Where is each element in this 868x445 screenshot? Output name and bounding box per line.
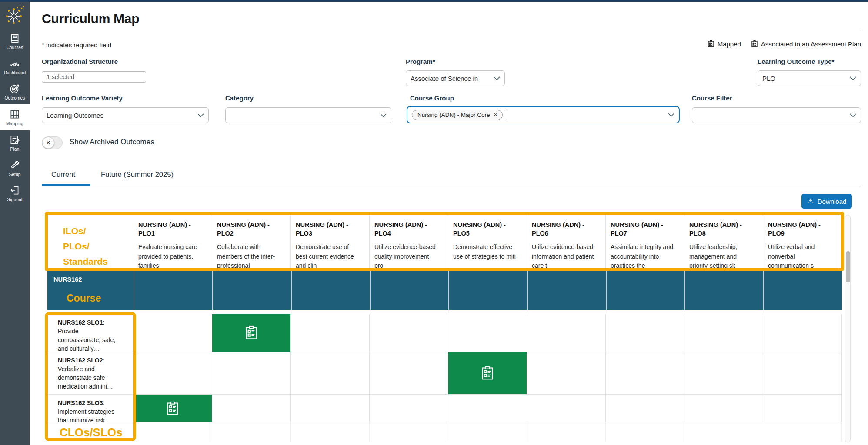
plo-column-header: NURSING (ADN) - PLO9Utilize verbal and n… [763, 215, 842, 268]
category-label: Category [225, 94, 254, 102]
matrix-cell[interactable] [448, 395, 527, 422]
course-annotation-label: Course [67, 292, 134, 304]
plo-description: Utilize verbal and nonverbal communicati… [768, 242, 833, 268]
plo-code: NURSING (ADN) - PLO4 [374, 220, 439, 238]
slo-code: NURS162 SLO1 [58, 319, 103, 326]
org-structure-select[interactable]: 1 selected [42, 71, 146, 83]
matrix-footer-cell [763, 422, 842, 441]
matrix-cell[interactable] [291, 352, 370, 395]
matrix-cell[interactable] [291, 314, 370, 352]
signout-icon [9, 185, 20, 196]
matrix-cell[interactable] [448, 314, 527, 352]
legend-mapped: Mapped [707, 40, 741, 48]
matrix-cell[interactable] [684, 395, 763, 422]
matrix-footer-cell [684, 422, 763, 441]
assessment-clipboard-icon [164, 400, 181, 417]
show-archived-label: Show Archived Outcomes [70, 138, 154, 146]
plo-code: NURSING (ADN) - PLO5 [453, 220, 518, 238]
plo-column-header: NURSING (ADN) - PLO2Collaborate with mem… [212, 215, 291, 268]
course-filter-select[interactable] [692, 107, 861, 123]
tab-future[interactable]: Future (Summer 2025) [101, 170, 174, 179]
lo-variety-select[interactable]: Learning Outcomes [42, 107, 209, 123]
matrix-scrollbar-track[interactable] [845, 215, 851, 442]
remove-tag-icon[interactable]: ✕ [494, 112, 498, 118]
sidebar-item-dashboard[interactable]: Dashboard [0, 54, 30, 79]
active-tab-indicator [42, 184, 90, 186]
plo-description: Utilize evidence-based quality improveme… [374, 242, 439, 268]
sidebar-item-mapping[interactable]: Mapping [0, 104, 30, 130]
matrix-cell[interactable] [370, 314, 448, 352]
required-field-note: * indicates required field [42, 41, 111, 49]
matrix-cell[interactable] [763, 314, 842, 352]
matrix-footer-cell [527, 422, 606, 441]
toggle-knob-x-icon: ✕ [42, 137, 54, 149]
sidebar-item-signout[interactable]: Signout [0, 181, 30, 206]
course-row-cell [606, 271, 684, 310]
plo-code: NURSING (ADN) - PLO7 [611, 220, 675, 238]
matrix-footer-cell [291, 422, 370, 441]
mapped-cell[interactable] [212, 314, 291, 352]
slo-code: NURS162 SLO2 [58, 357, 103, 364]
plo-code: NURSING (ADN) - PLO8 [689, 220, 754, 238]
plo-column-header: NURSING (ADN) - PLO4Utilize evidence-bas… [370, 215, 448, 268]
chevron-down-icon [850, 76, 856, 80]
plo-code: NURSING (ADN) - PLO6 [532, 220, 597, 238]
download-button[interactable]: Download [801, 194, 852, 209]
slo-code: NURS162 SLO3 [58, 399, 103, 406]
mapped-cell[interactable] [134, 395, 212, 422]
plo-description: Utilize leadership, management and prior… [689, 242, 754, 268]
show-archived-toggle[interactable]: ✕ [42, 136, 63, 149]
matrix-cell[interactable] [134, 314, 212, 352]
plo-column-header: NURSING (ADN) - PLO5Demonstrate effectiv… [448, 215, 527, 268]
matrix-scrollbar-thumb[interactable] [846, 251, 850, 282]
plo-code: NURSING (ADN) - PLO9 [768, 220, 833, 238]
course-group-multiselect[interactable]: Nursing (ADN) - Major Core ✕ [407, 106, 680, 123]
matrix-cell[interactable] [212, 395, 291, 422]
course-code: NURS162 [53, 276, 134, 283]
mapped-cell[interactable] [448, 352, 527, 395]
matrix-cell[interactable] [606, 314, 684, 352]
matrix-cell[interactable] [134, 352, 212, 395]
plan-icon [9, 134, 20, 146]
matrix-cell[interactable] [763, 352, 842, 395]
lo-variety-value: Learning Outcomes [47, 112, 103, 119]
target-icon [9, 83, 20, 94]
plo-column-header: NURSING (ADN) - PLO8Utilize leadership, … [684, 215, 763, 268]
matrix-cell[interactable] [212, 352, 291, 395]
sidebar-item-plan[interactable]: Plan [0, 130, 30, 156]
matrix-cell[interactable] [684, 314, 763, 352]
sidebar-item-outcomes[interactable]: Outcomes [0, 79, 30, 104]
sidebar-item-label: Courses [7, 45, 23, 50]
matrix-cell[interactable] [606, 395, 684, 422]
plo-description: Demonstrate effective use of strategies … [453, 242, 518, 261]
lo-type-select[interactable]: PLO [758, 70, 861, 86]
course-row-cell [212, 271, 291, 310]
wrench-icon [9, 159, 20, 171]
matrix-cell[interactable] [684, 352, 763, 395]
category-select[interactable] [225, 107, 391, 123]
matrix-cell[interactable] [763, 395, 842, 422]
matrix-cell[interactable] [370, 395, 448, 422]
course-group-tag[interactable]: Nursing (ADN) - Major Core ✕ [412, 110, 503, 120]
matrix-cell[interactable] [606, 352, 684, 395]
course-group-tag-label: Nursing (ADN) - Major Core [417, 112, 490, 118]
chevron-down-icon [494, 76, 500, 80]
sidebar-item-courses[interactable]: Courses [0, 29, 30, 54]
sidebar-item-setup[interactable]: Setup [0, 156, 30, 181]
tab-current[interactable]: Current [51, 170, 75, 179]
matrix-cell[interactable] [527, 314, 606, 352]
mapped-clipboard-icon [707, 40, 715, 48]
legend-mapped-label: Mapped [718, 40, 741, 48]
matrix-cell[interactable] [527, 352, 606, 395]
program-value: Associate of Science in [411, 75, 478, 82]
program-select[interactable]: Associate of Science in [406, 70, 505, 86]
matrix-cell[interactable] [370, 352, 448, 395]
grid-icon [9, 109, 20, 120]
lo-type-value: PLO [762, 75, 775, 82]
course-row-cell [370, 271, 448, 310]
plo-description: Assimilate integrity and accountability … [611, 242, 675, 268]
matrix-cell[interactable] [291, 395, 370, 422]
sidebar-item-label: Dashboard [4, 70, 26, 75]
matrix-cell[interactable] [527, 395, 606, 422]
legend-associated: Associated to an Assessment Plan [751, 40, 861, 48]
